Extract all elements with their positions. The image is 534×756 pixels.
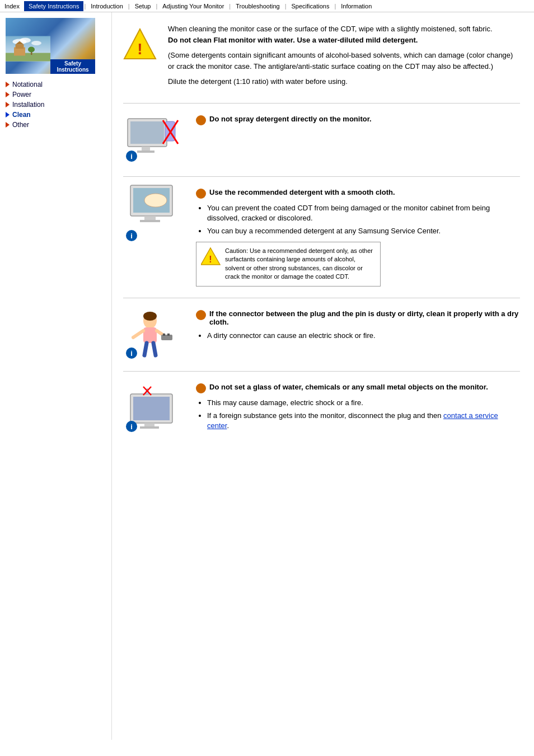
- top-navigation: Index Safety Instructions | Introduction…: [0, 0, 534, 12]
- svg-point-31: [143, 312, 157, 321]
- safety-item-1: i Do not spray detergent directly on the…: [123, 115, 520, 165]
- nav-setup[interactable]: Setup: [130, 1, 156, 11]
- safety-text-3: If the connector between the plug and th…: [196, 309, 520, 344]
- caution-triangle-svg: !: [201, 247, 221, 266]
- sidebar: Safety Instructions Notational Power Ins…: [0, 12, 112, 740]
- safety-bullets-4: This may cause damage, electric shock or…: [196, 398, 520, 431]
- safety-heading-4: Do not set a glass of water, chemicals o…: [196, 383, 520, 393]
- svg-text:i: i: [130, 152, 133, 161]
- bullet-4-0: This may cause damage, electric shock or…: [207, 398, 520, 408]
- safety-bullets-2: You can prevent the coated CDT from bein…: [196, 203, 520, 237]
- safety-text-2: Use the recommended detergent with a smo…: [196, 188, 520, 287]
- svg-text:i: i: [130, 422, 133, 431]
- nav-introduction[interactable]: Introduction: [86, 1, 127, 11]
- orange-circle-3: [196, 310, 206, 320]
- svg-point-3: [31, 41, 41, 45]
- svg-rect-45: [140, 426, 159, 429]
- main-content: ! When cleaning the monitor case or the …: [112, 12, 534, 740]
- svg-text:i: i: [130, 232, 133, 240]
- svg-rect-43: [133, 397, 170, 420]
- nav-specifications[interactable]: Specifications: [287, 1, 334, 11]
- arrow-icon-clean: [6, 112, 10, 118]
- cloth-image: i: [125, 182, 184, 244]
- warning-triangle-svg: !: [123, 26, 157, 65]
- bullet-3-0: A dirty connector can cause an electric …: [207, 331, 520, 341]
- caution-box: ! Caution: Use a recommended detergent o…: [196, 242, 381, 287]
- svg-rect-25: [140, 220, 160, 222]
- intro-section: ! When cleaning the monitor case or the …: [123, 24, 520, 92]
- bullet-2-0: You can prevent the coated CDT from bein…: [207, 203, 520, 223]
- safety-heading-1: Do not spray detergent directly on the m…: [196, 115, 520, 125]
- safety-text-4: Do not set a glass of water, chemicals o…: [196, 383, 520, 434]
- sidebar-item-other[interactable]: Other: [6, 120, 111, 130]
- intro-text: When cleaning the monitor case or the su…: [168, 24, 520, 92]
- svg-rect-32: [143, 327, 157, 343]
- logo-image: [6, 24, 50, 74]
- arrow-icon-power: [6, 92, 10, 97]
- safety-img-4: i: [123, 383, 185, 433]
- orange-circle-1: [196, 115, 206, 125]
- nav-information[interactable]: Information: [336, 1, 376, 11]
- arrow-icon-other: [6, 122, 10, 128]
- safety-item-4: i Do not set a glass of water, chemicals…: [123, 383, 520, 434]
- bullet-4-1: If a foreign substance gets into the mon…: [207, 411, 520, 431]
- intro-paragraph1: When cleaning the monitor case or the su…: [168, 24, 520, 45]
- main-layout: Safety Instructions Notational Power Ins…: [0, 12, 534, 740]
- safety-item-2: i Use the recommended detergent with a s…: [123, 188, 520, 287]
- svg-point-2: [20, 38, 31, 43]
- contact-service-center-link[interactable]: contact a service center: [207, 411, 498, 430]
- sidebar-item-installation[interactable]: Installation: [6, 100, 111, 110]
- divider-1: [123, 103, 520, 104]
- sidebar-item-notational[interactable]: Notational: [6, 79, 111, 90]
- safety-img-3: i: [123, 309, 185, 360]
- safety-img-2: i: [123, 188, 185, 238]
- bullet-2-1: You can buy a recommended detergent at a…: [207, 226, 520, 236]
- connector-image: i: [125, 309, 184, 360]
- safety-heading-2: Use the recommended detergent with a smo…: [196, 188, 520, 199]
- no-spray-image: i: [125, 116, 184, 163]
- sidebar-item-clean[interactable]: Clean: [6, 110, 111, 120]
- svg-rect-24: [144, 216, 156, 220]
- divider-2: [123, 176, 520, 177]
- safety-text-1: Do not spray detergent directly on the m…: [196, 115, 520, 130]
- svg-line-36: [153, 343, 156, 355]
- arrow-icon-notational: [6, 82, 10, 87]
- safety-bullets-3: A dirty connector can cause an electric …: [196, 331, 520, 341]
- intro-warning-image: !: [123, 24, 157, 68]
- safety-heading-3: If the connector between the plug and th…: [196, 309, 520, 326]
- divider-4: [123, 371, 520, 372]
- arrow-icon-installation: [6, 102, 10, 107]
- svg-point-9: [28, 47, 35, 53]
- svg-text:!: !: [209, 255, 212, 264]
- svg-text:i: i: [130, 349, 133, 358]
- orange-circle-2: [196, 189, 206, 199]
- svg-rect-4: [6, 53, 50, 62]
- svg-rect-39: [167, 334, 170, 336]
- nav-safety-instructions[interactable]: Safety Instructions: [24, 1, 84, 11]
- divider-3: [123, 298, 520, 298]
- svg-rect-38: [163, 334, 165, 336]
- nav-troubleshooting[interactable]: Troubleshooting: [231, 1, 284, 11]
- caution-text: Caution: Use a recommended detergent onl…: [225, 247, 376, 281]
- safety-item-3: i If the connector between the plug and …: [123, 309, 520, 360]
- svg-rect-13: [130, 121, 164, 144]
- sidebar-logo: Safety Instructions: [6, 18, 95, 74]
- sidebar-logo-label: Safety Instructions: [50, 59, 95, 74]
- nav-adjusting[interactable]: Adjusting Your Monitor: [158, 1, 228, 11]
- svg-rect-6: [16, 45, 24, 49]
- svg-rect-15: [137, 151, 154, 153]
- sidebar-nav: Notational Power Installation Clean Othe…: [0, 79, 111, 130]
- svg-rect-44: [144, 423, 154, 427]
- svg-line-33: [133, 331, 143, 337]
- svg-rect-14: [142, 147, 150, 151]
- safety-img-1: i: [123, 115, 185, 165]
- nav-index[interactable]: Index: [0, 1, 24, 11]
- no-objects-image: i: [125, 383, 184, 433]
- svg-line-35: [144, 343, 147, 355]
- intro-paragraph2: (Some detergents contain significant amo…: [168, 50, 520, 72]
- sidebar-item-power[interactable]: Power: [6, 90, 111, 100]
- orange-circle-4: [196, 383, 206, 393]
- intro-paragraph3: Dilute the detergent (1:10 ratio) with w…: [168, 76, 520, 87]
- svg-text:!: !: [137, 40, 142, 58]
- caution-triangle-image: !: [201, 247, 221, 281]
